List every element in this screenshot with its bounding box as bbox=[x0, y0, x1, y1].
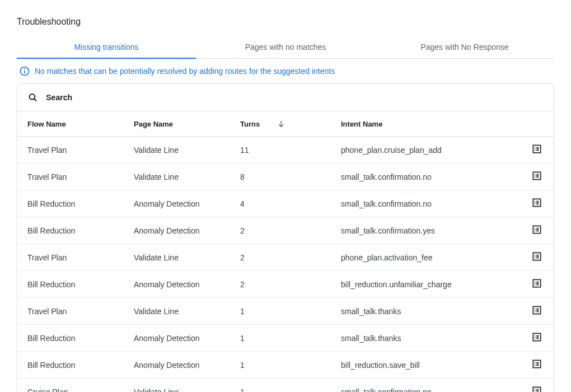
cell-flow-name: Bill Reduction bbox=[17, 352, 124, 379]
cell-page-name: Anomaly Detection bbox=[124, 325, 230, 352]
cell-flow-name: Bill Reduction bbox=[17, 271, 124, 298]
cell-intent-name: bill_reduction.unfamiliar_charge bbox=[331, 271, 520, 298]
list-details-icon bbox=[531, 170, 542, 181]
table-row: Travel PlanValidate Line1small_talk.than… bbox=[17, 298, 554, 325]
tabs: Missing transitions Pages with no matche… bbox=[17, 36, 554, 59]
cell-turns: 1 bbox=[230, 379, 331, 393]
column-header-turns[interactable]: Turns bbox=[230, 111, 331, 137]
table-row: Travel PlanValidate Line8small_talk.conf… bbox=[17, 164, 554, 190]
list-details-icon bbox=[531, 251, 542, 262]
cell-flow-name: Bill Reduction bbox=[17, 190, 124, 217]
table-row: Bill ReductionAnomaly Detection1bill_red… bbox=[17, 352, 554, 379]
cell-page-name: Validate Line bbox=[124, 244, 230, 271]
table-row: Bill ReductionAnomaly Detection4small_ta… bbox=[17, 190, 554, 217]
column-header-page-name[interactable]: Page Name bbox=[124, 111, 230, 137]
list-details-icon bbox=[531, 358, 542, 370]
tab-missing-transitions[interactable]: Missing transitions bbox=[17, 36, 196, 58]
cell-flow-name: Travel Plan bbox=[17, 164, 124, 190]
results-card: Flow Name Page Name Turns Intent Name bbox=[17, 83, 554, 392]
cell-action[interactable] bbox=[520, 164, 554, 190]
cell-flow-name: Cruise Plan bbox=[17, 379, 124, 393]
cell-turns: 8 bbox=[230, 164, 331, 190]
cell-intent-name: phone_plan.activation_fee bbox=[331, 244, 520, 271]
cell-turns: 4 bbox=[230, 190, 331, 217]
cell-page-name: Anomaly Detection bbox=[124, 217, 230, 244]
cell-action[interactable] bbox=[520, 137, 554, 164]
cell-turns: 2 bbox=[230, 244, 331, 271]
cell-page-name: Validate Line bbox=[124, 298, 230, 325]
table-row: Cruise PlanValidate Line1small_talk.conf… bbox=[17, 379, 554, 393]
cell-intent-name: small_talk.confirmation.no bbox=[331, 379, 520, 393]
arrow-down-icon bbox=[277, 119, 286, 128]
cell-page-name: Validate Line bbox=[124, 137, 230, 164]
svg-point-3 bbox=[30, 94, 35, 100]
cell-action[interactable] bbox=[520, 298, 554, 325]
search-icon bbox=[27, 92, 38, 103]
cell-action[interactable] bbox=[520, 271, 554, 298]
cell-action[interactable] bbox=[520, 352, 554, 379]
cell-turns: 1 bbox=[230, 298, 331, 325]
cell-turns: 1 bbox=[230, 352, 331, 379]
cell-intent-name: phone_plan.cruise_plan_add bbox=[331, 137, 520, 164]
cell-flow-name: Bill Reduction bbox=[17, 217, 124, 244]
cell-turns: 2 bbox=[230, 271, 331, 298]
cell-flow-name: Bill Reduction bbox=[17, 325, 124, 352]
column-header-flow-name[interactable]: Flow Name bbox=[17, 111, 124, 137]
list-details-icon bbox=[531, 143, 542, 155]
table-row: Travel PlanValidate Line11phone_plan.cru… bbox=[17, 137, 554, 164]
cell-turns: 2 bbox=[230, 217, 331, 244]
search-input[interactable] bbox=[46, 93, 544, 102]
list-details-icon bbox=[531, 224, 542, 235]
cell-intent-name: small_talk.confirmation.no bbox=[331, 190, 520, 217]
tab-pages-no-response[interactable]: Pages with No Response bbox=[375, 36, 554, 58]
info-icon bbox=[19, 66, 30, 77]
info-banner-text: No matches that can be potentially resol… bbox=[35, 67, 335, 76]
cell-flow-name: Travel Plan bbox=[17, 137, 124, 164]
table-row: Travel PlanValidate Line2phone_plan.acti… bbox=[17, 244, 554, 271]
svg-point-2 bbox=[25, 69, 25, 69]
svg-line-4 bbox=[34, 99, 36, 101]
cell-intent-name: small_talk.thanks bbox=[331, 325, 520, 352]
list-details-icon bbox=[531, 332, 542, 343]
search-row bbox=[17, 84, 554, 111]
cell-page-name: Anomaly Detection bbox=[124, 190, 230, 217]
cell-flow-name: Travel Plan bbox=[17, 244, 124, 271]
cell-action[interactable] bbox=[520, 244, 554, 271]
list-details-icon bbox=[531, 385, 542, 392]
column-header-intent-name[interactable]: Intent Name bbox=[331, 111, 520, 137]
cell-flow-name: Travel Plan bbox=[17, 298, 124, 325]
cell-page-name: Anomaly Detection bbox=[124, 271, 230, 298]
cell-action[interactable] bbox=[520, 379, 554, 393]
cell-turns: 1 bbox=[230, 325, 331, 352]
tab-pages-no-matches[interactable]: Pages with no matches bbox=[196, 36, 375, 58]
table-row: Bill ReductionAnomaly Detection1small_ta… bbox=[17, 325, 554, 352]
cell-page-name: Validate Line bbox=[124, 164, 230, 190]
cell-intent-name: small_talk.thanks bbox=[331, 298, 520, 325]
info-banner: No matches that can be potentially resol… bbox=[17, 59, 554, 83]
results-table: Flow Name Page Name Turns Intent Name bbox=[17, 111, 554, 392]
cell-intent-name: bill_reduction.save_bill bbox=[331, 352, 520, 379]
column-header-turns-label: Turns bbox=[240, 120, 260, 128]
list-details-icon bbox=[531, 197, 542, 208]
cell-page-name: Anomaly Detection bbox=[124, 352, 230, 379]
cell-intent-name: small_talk.confirmation.no bbox=[331, 164, 520, 190]
table-row: Bill ReductionAnomaly Detection2bill_red… bbox=[17, 271, 554, 298]
cell-intent-name: small_talk.confirmation.yes bbox=[331, 217, 520, 244]
page-title: Troubleshooting bbox=[17, 17, 554, 27]
list-details-icon bbox=[531, 305, 542, 316]
cell-turns: 11 bbox=[230, 137, 331, 164]
cell-action[interactable] bbox=[520, 217, 554, 244]
table-row: Bill ReductionAnomaly Detection2small_ta… bbox=[17, 217, 554, 244]
cell-action[interactable] bbox=[520, 325, 554, 352]
cell-page-name: Validate Line bbox=[124, 379, 230, 393]
list-details-icon bbox=[531, 278, 542, 289]
cell-action[interactable] bbox=[520, 190, 554, 217]
